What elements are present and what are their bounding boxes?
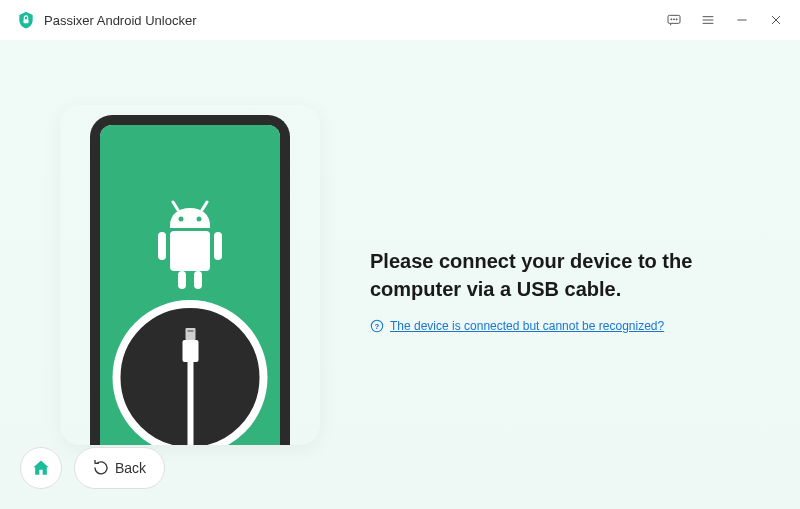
usb-circle bbox=[113, 300, 268, 445]
svg-rect-0 bbox=[24, 19, 29, 23]
svg-point-13 bbox=[179, 216, 184, 221]
text-content: Please connect your device to the comput… bbox=[370, 217, 740, 333]
svg-point-2 bbox=[671, 19, 672, 20]
svg-rect-19 bbox=[194, 271, 202, 289]
svg-rect-16 bbox=[158, 232, 166, 260]
android-icon bbox=[140, 200, 240, 310]
svg-rect-15 bbox=[170, 231, 210, 271]
svg-rect-20 bbox=[185, 328, 195, 340]
menu-icon[interactable] bbox=[700, 12, 716, 28]
help-link-row: ? The device is connected but cannot be … bbox=[370, 319, 740, 333]
back-button[interactable]: Back bbox=[74, 447, 165, 489]
svg-line-11 bbox=[173, 202, 178, 210]
titlebar-right bbox=[666, 12, 784, 28]
feedback-icon[interactable] bbox=[666, 12, 682, 28]
svg-text:?: ? bbox=[375, 321, 380, 330]
close-icon[interactable] bbox=[768, 12, 784, 28]
svg-point-14 bbox=[197, 216, 202, 221]
svg-point-4 bbox=[676, 19, 677, 20]
svg-rect-17 bbox=[214, 232, 222, 260]
app-title: Passixer Android Unlocker bbox=[44, 13, 196, 28]
back-label: Back bbox=[115, 460, 146, 476]
bottom-bar: Back bbox=[20, 447, 165, 489]
device-illustration bbox=[60, 105, 320, 445]
titlebar: Passixer Android Unlocker bbox=[0, 0, 800, 40]
minimize-icon[interactable] bbox=[734, 12, 750, 28]
svg-rect-22 bbox=[182, 340, 198, 362]
home-button[interactable] bbox=[20, 447, 62, 489]
svg-rect-21 bbox=[187, 330, 193, 332]
svg-point-3 bbox=[673, 19, 674, 20]
svg-rect-23 bbox=[187, 362, 193, 445]
home-icon bbox=[31, 458, 51, 478]
app-logo-icon bbox=[16, 10, 36, 30]
help-link[interactable]: The device is connected but cannot be re… bbox=[390, 319, 664, 333]
usb-cable-icon bbox=[178, 328, 202, 445]
svg-line-12 bbox=[202, 202, 207, 210]
instruction-heading: Please connect your device to the comput… bbox=[370, 247, 740, 303]
titlebar-left: Passixer Android Unlocker bbox=[16, 10, 196, 30]
svg-rect-18 bbox=[178, 271, 186, 289]
main-content: Please connect your device to the comput… bbox=[0, 40, 800, 509]
help-question-icon: ? bbox=[370, 319, 384, 333]
